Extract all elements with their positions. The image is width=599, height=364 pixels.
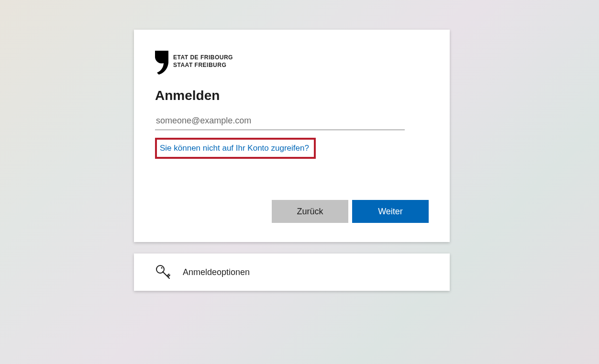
cant-access-account-link[interactable]: Sie können nicht auf Ihr Konto zugreifen… bbox=[160, 143, 309, 153]
signin-options-card[interactable]: Anmeldeoptionen bbox=[134, 254, 450, 291]
brand-line2: STAAT FREIBURG bbox=[173, 61, 233, 69]
page-title: Anmelden bbox=[155, 88, 429, 103]
key-icon bbox=[155, 264, 171, 280]
email-input[interactable] bbox=[155, 113, 405, 130]
next-button[interactable]: Weiter bbox=[352, 200, 429, 223]
brand-text: ETAT DE FRIBOURG STAAT FREIBURG bbox=[173, 54, 233, 69]
back-button[interactable]: Zurück bbox=[272, 200, 348, 223]
brand-logo: ETAT DE FRIBOURG STAAT FREIBURG bbox=[155, 51, 429, 77]
signin-options-label: Anmeldeoptionen bbox=[183, 267, 250, 277]
svg-point-1 bbox=[161, 267, 163, 269]
button-row: Zurück Weiter bbox=[155, 200, 429, 223]
comma-logo-icon bbox=[155, 51, 168, 77]
help-link-highlight: Sie können nicht auf Ihr Konto zugreifen… bbox=[155, 138, 316, 159]
brand-line1: ETAT DE FRIBOURG bbox=[173, 54, 233, 61]
signin-card: ETAT DE FRIBOURG STAAT FREIBURG Anmelden… bbox=[134, 30, 450, 242]
